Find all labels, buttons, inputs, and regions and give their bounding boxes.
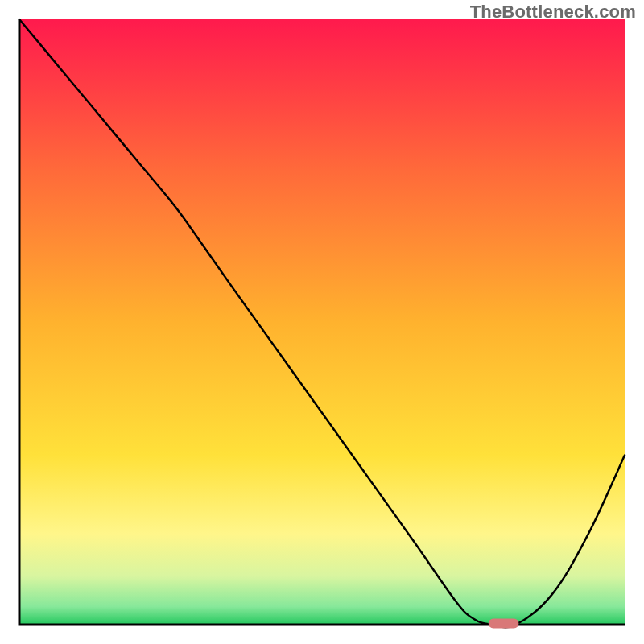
watermark-text: TheBottleneck.com xyxy=(470,2,636,23)
bottleneck-chart xyxy=(0,0,644,644)
minimum-marker xyxy=(489,618,519,628)
gradient-background xyxy=(19,19,625,625)
chart-frame: TheBottleneck.com xyxy=(0,0,644,644)
